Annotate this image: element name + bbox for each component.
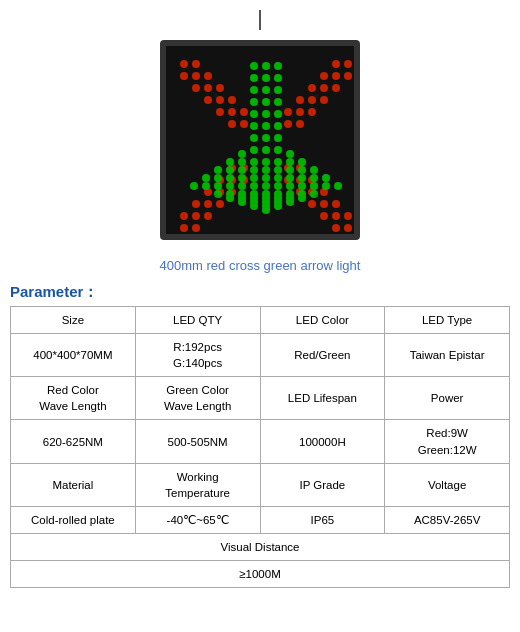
svg-point-114 (250, 174, 258, 182)
parameter-table: Size LED QTY LED Color LED Type 400*400*… (10, 306, 510, 588)
ledqty-value: R:192pcsG:140pcs (135, 334, 260, 377)
svg-point-26 (320, 72, 328, 80)
svg-point-109 (286, 166, 294, 174)
svg-point-88 (274, 146, 282, 154)
worktemp-value: -40℃~65℃ (135, 506, 260, 533)
svg-point-156 (214, 94, 219, 99)
svg-point-77 (250, 86, 258, 94)
svg-point-9 (320, 84, 328, 92)
svg-point-1 (180, 60, 188, 68)
visualdist-value: ≥1000M (11, 561, 510, 588)
voltage-value: AC85V-265V (385, 506, 510, 533)
svg-point-81 (250, 110, 258, 118)
param-header: Parameter： (10, 283, 510, 302)
svg-point-8 (332, 72, 340, 80)
led-display-svg (166, 46, 360, 240)
power-value: Red:9WGreen:12W (385, 420, 510, 463)
svg-point-32 (284, 108, 292, 116)
svg-point-115 (262, 174, 270, 182)
table-row-4-label: Visual Distance (11, 533, 510, 560)
svg-point-122 (226, 182, 234, 190)
svg-point-83 (250, 122, 258, 130)
svg-point-75 (250, 74, 258, 82)
svg-point-18 (216, 84, 224, 92)
svg-point-23 (344, 72, 352, 80)
svg-point-68 (262, 98, 270, 106)
svg-point-104 (226, 166, 234, 174)
svg-point-40 (332, 212, 340, 220)
svg-point-105 (238, 166, 246, 174)
svg-point-6 (240, 120, 248, 128)
svg-point-58 (320, 212, 328, 220)
svg-point-55 (344, 212, 352, 220)
svg-point-2 (192, 72, 200, 80)
svg-point-103 (286, 158, 294, 166)
greenwave-value: 500-505NM (135, 420, 260, 463)
svg-point-82 (274, 110, 282, 118)
svg-point-79 (250, 98, 258, 106)
material-label: Material (11, 463, 136, 506)
table-row-3-labels: Material WorkingTemperature IP Grade Vol… (11, 463, 510, 506)
size-value: 400*400*70MM (11, 334, 136, 377)
svg-point-84 (274, 122, 282, 130)
svg-point-27 (320, 96, 328, 104)
svg-point-33 (180, 224, 188, 232)
material-value: Cold-rolled plate (11, 506, 136, 533)
svg-point-94 (310, 166, 318, 174)
svg-point-17 (204, 96, 212, 104)
svg-point-113 (238, 174, 246, 182)
svg-point-100 (250, 158, 258, 166)
redwave-value: 620-625NM (11, 420, 136, 463)
svg-point-123 (238, 182, 246, 190)
greenwave-label: Green ColorWave Length (135, 377, 260, 420)
svg-point-7 (344, 60, 352, 68)
led-sign-container (150, 30, 370, 250)
ledtype-value: Taiwan Epistar (385, 334, 510, 377)
header-ledtype: LED Type (385, 307, 510, 334)
svg-point-60 (308, 200, 316, 208)
svg-point-127 (286, 182, 294, 190)
svg-point-41 (320, 200, 328, 208)
table-row-3-values: Cold-rolled plate -40℃~65℃ IP65 AC85V-26… (11, 506, 510, 533)
svg-point-48 (204, 212, 212, 220)
svg-point-25 (332, 84, 340, 92)
ipgrade-label: IP Grade (260, 463, 385, 506)
svg-point-154 (274, 198, 282, 206)
svg-point-157 (314, 94, 319, 99)
table-row-2-labels: Red ColorWave Length Green ColorWave Len… (11, 377, 510, 420)
svg-point-147 (238, 194, 246, 202)
svg-point-158 (214, 194, 219, 199)
voltage-label: Voltage (385, 463, 510, 506)
svg-point-107 (262, 166, 270, 174)
svg-point-116 (274, 174, 282, 182)
svg-point-85 (250, 134, 258, 142)
wire (259, 10, 261, 30)
worktemp-label: WorkingTemperature (135, 463, 260, 506)
svg-point-91 (226, 158, 234, 166)
svg-point-96 (322, 174, 330, 182)
svg-point-87 (250, 146, 258, 154)
svg-point-80 (274, 98, 282, 106)
svg-point-34 (192, 212, 200, 220)
svg-point-24 (332, 60, 340, 68)
svg-point-35 (204, 200, 212, 208)
visualdist-label: Visual Distance (11, 533, 510, 560)
svg-point-73 (250, 62, 258, 70)
svg-point-22 (240, 108, 248, 116)
svg-point-130 (322, 182, 330, 190)
header-ledcolor: LED Color (260, 307, 385, 334)
svg-point-65 (262, 62, 270, 70)
svg-point-3 (204, 84, 212, 92)
svg-point-72 (262, 146, 270, 154)
svg-point-67 (262, 86, 270, 94)
svg-point-56 (332, 224, 340, 232)
svg-point-101 (262, 158, 270, 166)
svg-point-106 (250, 166, 258, 174)
svg-point-98 (334, 182, 342, 190)
svg-point-57 (332, 200, 340, 208)
svg-point-45 (180, 212, 188, 220)
svg-point-15 (192, 84, 200, 92)
svg-point-46 (192, 224, 200, 232)
svg-point-16 (204, 72, 212, 80)
svg-point-155 (262, 202, 270, 210)
